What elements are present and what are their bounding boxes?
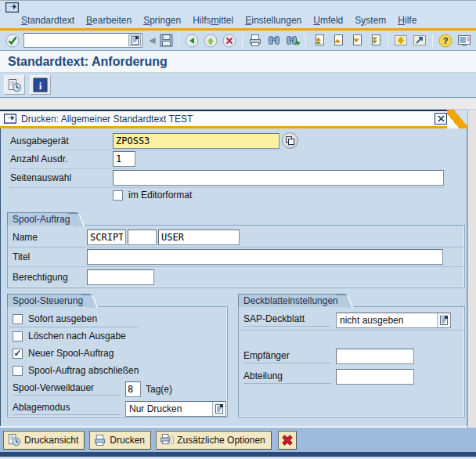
dialog-cancel-button[interactable] [278,431,297,450]
close-spool-request-checkbox[interactable] [13,366,23,376]
spool-control-group: Spool-Steuerung Sofort ausgeben Löschen … [7,294,228,417]
dropdown-icon[interactable] [212,402,225,416]
command-dropdown-icon[interactable] [128,34,141,46]
additional-options-label: Zusätzliche Optionen [177,435,265,446]
print-action-label: Drucken [110,435,145,446]
new-spool-request-checkbox[interactable] [13,349,23,359]
spool-control-group-title: Spool-Steuerung [7,294,90,307]
toolbar-separator [388,34,388,48]
output-device-input[interactable] [113,133,279,149]
additional-options-button[interactable]: Zusätzliche Optionen [156,431,272,450]
dialog-bottom-strip [0,452,476,457]
last-page-button[interactable] [366,32,384,49]
editor-format-checkbox[interactable] [113,190,123,201]
prev-page-button[interactable] [328,32,347,49]
info-button[interactable]: i [30,75,51,95]
cancel-button[interactable] [220,32,239,49]
sap-cover-select[interactable]: nicht ausgeben [336,313,451,328]
orange-slash-decoration [447,110,467,128]
window-top-strip [0,0,476,12]
print-immediately-row: Sofort ausgeben [8,310,227,327]
spool-name-part1-input[interactable] [87,230,126,245]
collapse-command-icon[interactable]: ◀ [149,35,155,45]
close-icon [438,115,445,122]
help-button[interactable]: ? [436,32,455,49]
save-button[interactable] [157,32,175,49]
row-underline [9,187,445,188]
spool-title-input[interactable] [87,249,443,265]
spool-name-part2-input[interactable] [128,230,157,245]
new-spool-request-row: Neuer Spool-Auftrag [8,345,227,362]
print-preview-action-label: Druckansicht [24,435,78,446]
department-input[interactable] [336,369,414,385]
menu-hilfsmittel[interactable]: Hilfsmittel [193,15,233,26]
spool-name-part3-input[interactable] [158,230,240,245]
print-immediately-checkbox[interactable] [13,314,23,324]
recipient-label: Empfänger [243,350,331,363]
print-action-button[interactable]: Drucken [89,431,151,450]
print-preview-button[interactable] [4,75,25,95]
delete-after-output-checkbox[interactable] [13,331,23,342]
find-next-button[interactable] [283,32,302,49]
dialog-title-bar[interactable]: Drucken: Allgemeiner Standardtext TEST [0,110,467,128]
menu-umfeld[interactable]: Umfeld [313,15,343,26]
find-button[interactable] [265,32,283,49]
create-shortcut-button[interactable] [410,32,429,49]
storage-mode-select[interactable]: Nur Drucken [125,401,226,417]
menu-standardtext[interactable]: Standardtext [21,15,74,26]
print-button[interactable] [246,32,265,49]
sap-cover-row: SAP-Deckblatt nicht ausgeben [239,310,464,331]
next-page-icon [350,34,363,47]
authorization-input[interactable] [87,269,154,285]
page-selection-input[interactable] [113,170,444,186]
spool-request-group: Spool-Auftrag Name Titel Berechtigung [7,212,465,288]
customize-layout-button[interactable] [455,32,474,49]
new-session-button[interactable] [391,32,410,49]
menu-hilfe[interactable]: Hilfe [398,15,416,26]
cover-settings-group-title: Deckblatteinstellungen [238,294,345,307]
spool-title-label: Titel [13,251,87,262]
output-device-row: Ausgabegerät [1,132,298,149]
dialog-button-bar: Druckansicht Drucken Zusätzliche Optione… [0,428,476,452]
print-preview-action-button[interactable]: Druckansicht [3,431,85,450]
retention-period-row: Spool-Verweildauer Tag(e) [8,379,227,399]
authorization-label: Berechtigung [13,272,87,283]
dropdown-icon[interactable] [437,313,450,327]
svg-text:?: ? [443,36,449,45]
exit-button[interactable] [201,32,220,49]
menu-springen[interactable]: Springen [143,15,181,26]
dialog-close-button[interactable] [435,113,447,125]
value-help-icon [285,136,295,146]
prev-page-icon [331,34,344,47]
close-spool-request-label: Spool-Auftrag abschließen [28,365,139,376]
inactive-screen-strip [0,98,476,110]
page-title: Standardtext: Anforderung [8,55,168,69]
menu-einstellungen[interactable]: Einstellungen [245,15,301,26]
retention-period-input[interactable] [125,381,141,397]
enter-button[interactable] [3,32,22,49]
copies-input[interactable] [113,151,135,167]
menu-bar: Standardtext Bearbeiten Springen Hilfsmi… [0,12,476,28]
dialog-window-icon [4,114,16,124]
menu-system[interactable]: System [355,15,386,26]
print-icon [248,34,262,47]
command-field[interactable] [23,33,142,48]
storage-mode-row: Ablagemodus Nur Drucken [8,399,227,418]
dialog-right-margin [467,110,476,428]
first-page-button[interactable] [309,32,328,49]
toolbar-separator [432,34,433,48]
command-input[interactable] [24,34,128,46]
row-underline [9,150,283,150]
next-page-button[interactable] [347,32,366,49]
value-help-button[interactable] [282,132,298,149]
enter-check-icon [5,34,20,48]
create-shortcut-icon [413,34,427,47]
row-underline [9,327,139,327]
back-button[interactable] [182,32,201,49]
cover-settings-group: Deckblatteinstellungen SAP-Deckblatt nic… [238,294,465,417]
spool-name-row: Name [8,228,464,248]
new-session-icon [394,34,408,47]
menu-bearbeiten[interactable]: Bearbeiten [86,15,132,26]
cancel-x-icon [281,434,294,446]
recipient-input[interactable] [336,349,414,364]
